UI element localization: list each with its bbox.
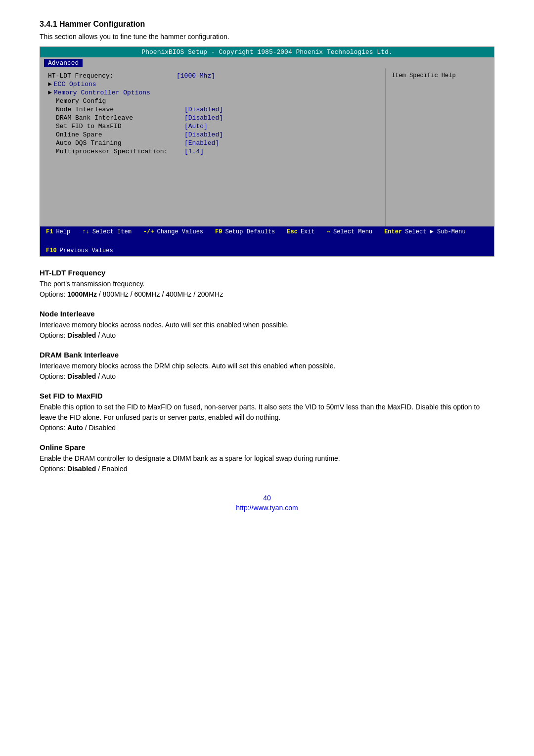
- footer-select-menu: ↔ Select Menu: [327, 228, 372, 235]
- bios-item-node-interleave[interactable]: Node Interleave [Disabled]: [48, 106, 377, 113]
- bios-item-ht-ldt[interactable]: HT-LDT Frequency: [1000 Mhz]: [48, 72, 377, 80]
- desc-ht-ldt: HT-LDT Frequency The port's transmission…: [40, 268, 494, 300]
- desc-set-fid-options: Options: Auto / Disabled: [40, 423, 494, 433]
- bios-footer: F1 Help ↑↓ Select Item -/+ Change Values…: [40, 226, 494, 256]
- page-footer: 40 http://www.tyan.com: [40, 494, 494, 512]
- bios-item-dram-bank[interactable]: DRAM Bank Interleave [Disabled]: [48, 114, 377, 122]
- bios-item-multiprocessor[interactable]: Multiprocessor Specification: [1.4]: [48, 148, 377, 155]
- desc-node-interleave: Node Interleave Interleave memory blocks…: [40, 310, 494, 341]
- bios-item-auto-dqs[interactable]: Auto DQS Training [Enabled]: [48, 139, 377, 147]
- bios-main-area: HT-LDT Frequency: [1000 Mhz] ► ECC Optio…: [40, 68, 494, 226]
- submenu-arrow-mem-ctrl: ►: [48, 89, 52, 96]
- bios-header: PhoenixBIOS Setup - Copyright 1985-2004 …: [40, 47, 494, 57]
- footer-f9: F9 Setup Defaults: [215, 228, 275, 235]
- section-number: 3.4.1: [40, 20, 57, 28]
- desc-set-fid-title: Set FID to MaxFID: [40, 392, 494, 400]
- desc-online-spare-title: Online Spare: [40, 443, 494, 451]
- bios-item-memory-config[interactable]: Memory Config: [48, 97, 377, 105]
- section-heading-text: Hammer Configuration: [59, 20, 145, 28]
- bios-item-memory-controller[interactable]: ► Memory Controller Options: [48, 89, 377, 96]
- bios-tab-row: Advanced: [40, 57, 494, 68]
- desc-node-interleave-body: Interleave memory blocks across nodes. A…: [40, 320, 494, 330]
- desc-online-spare-options: Options: Disabled / Enabled: [40, 464, 494, 474]
- desc-dram-bank: DRAM Bank Interleave Interleave memory b…: [40, 351, 494, 382]
- footer-f1: F1 Help: [46, 228, 70, 235]
- desc-node-interleave-title: Node Interleave: [40, 310, 494, 318]
- bios-item-set-fid[interactable]: Set FID to MaxFID [Auto]: [48, 123, 377, 130]
- desc-ht-ldt-title: HT-LDT Frequency: [40, 268, 494, 277]
- desc-dram-bank-title: DRAM Bank Interleave: [40, 351, 494, 359]
- submenu-arrow-ecc: ►: [48, 81, 52, 88]
- section-title: 3.4.1 Hammer Configuration: [40, 20, 494, 29]
- footer-url[interactable]: http://www.tyan.com: [236, 504, 298, 512]
- desc-set-fid: Set FID to MaxFID Enable this option to …: [40, 392, 494, 433]
- bios-help-title: Item Specific Help: [392, 72, 456, 79]
- footer-esc: Esc Exit: [287, 228, 314, 235]
- footer-arrows: ↑↓ Select Item: [82, 228, 132, 235]
- desc-online-spare: Online Spare Enable the DRAM controller …: [40, 443, 494, 474]
- bios-item-ecc[interactable]: ► ECC Options: [48, 81, 377, 88]
- footer-f10: F10 Previous Values: [46, 247, 113, 254]
- desc-online-spare-body: Enable the DRAM controller to designate …: [40, 453, 494, 464]
- desc-ht-ldt-body: The port's transmission frequency.: [40, 279, 494, 289]
- desc-dram-bank-options: Options: Disabled / Auto: [40, 371, 494, 382]
- footer-enter: Enter Select ► Sub-Menu: [384, 228, 465, 235]
- page-number: 40: [40, 494, 494, 502]
- desc-node-interleave-options: Options: Disabled / Auto: [40, 330, 494, 341]
- desc-set-fid-body: Enable this option to set the FID to Max…: [40, 402, 494, 423]
- bios-help-panel: Item Specific Help: [385, 68, 494, 226]
- section-description: This section allows you to fine tune the…: [40, 33, 494, 41]
- desc-dram-bank-body: Interleave memory blocks across the DRM …: [40, 361, 494, 371]
- desc-ht-ldt-options: Options: 1000MHz / 800MHz / 600MHz / 400…: [40, 289, 494, 300]
- bios-tab-advanced[interactable]: Advanced: [44, 59, 83, 67]
- bios-screen: PhoenixBIOS Setup - Copyright 1985-2004 …: [40, 46, 494, 257]
- bios-item-online-spare[interactable]: Online Spare [Disabled]: [48, 131, 377, 138]
- footer-change: -/+ Change Values: [143, 228, 203, 235]
- bios-settings-panel: HT-LDT Frequency: [1000 Mhz] ► ECC Optio…: [40, 68, 385, 226]
